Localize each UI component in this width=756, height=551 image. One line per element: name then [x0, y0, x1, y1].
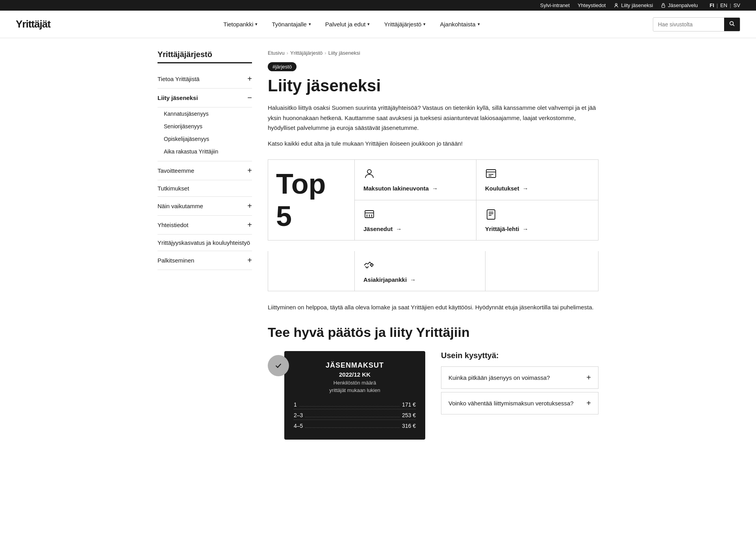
sidebar-item-palkitseminen[interactable]: Palkitseminen +: [158, 251, 252, 270]
main-header: Yrittäjät Tietopankki ▾ Työnantajalle ▾ …: [0, 11, 756, 38]
sidebar-item-liity[interactable]: Liity jäseneksi −: [158, 89, 252, 107]
card-yrittaja-lehti-real[interactable]: Yrittäjä-lehti →: [476, 200, 598, 240]
card-koulutukset-real[interactable]: Koulutukset →: [476, 160, 598, 200]
handshake-icon: [363, 259, 476, 272]
sidebar-title: Yrittäjäjärjestö: [158, 50, 252, 63]
svg-point-2: [730, 21, 734, 25]
top5-real-section: Top 5 Maksuton lakineuvonta →: [268, 159, 598, 240]
page-title: Liity jäseneksi: [268, 77, 598, 95]
chevron-down-icon: ▾: [255, 22, 258, 27]
top-bar: Sylvi-intranet Yhteystiedot Liity jäsene…: [0, 0, 756, 11]
top5-asiakirja-row: Asiakirjapankki →: [268, 251, 598, 291]
card-asiakirjapankki[interactable]: Asiakirjapankki →: [355, 251, 485, 291]
lock-icon: [661, 3, 666, 8]
breadcrumb-yrittajajarjesto[interactable]: Yrittäjäjärjestö: [290, 50, 322, 56]
sidebar-sub-opiskelijajasenyys[interactable]: Opiskelijajäsenyys: [164, 133, 252, 145]
search-icon: [729, 20, 735, 27]
arrow-icon: →: [523, 185, 528, 192]
membership-card-area: JÄSENMAKSUT 2022/12 KK Henkilöstön määrä…: [268, 351, 425, 439]
arrow-icon: →: [432, 185, 438, 192]
lang-sv[interactable]: SV: [734, 2, 740, 8]
person-icon: [613, 3, 619, 8]
language-switcher: FI | EN | SV: [710, 2, 740, 8]
sidebar-sub-aika-rakastua[interactable]: Aika rakastua Yrittäjiin: [164, 145, 252, 158]
nav-yrittajajarjesto[interactable]: Yrittäjäjärjestö ▾: [377, 11, 433, 38]
sidebar-sub-items-liity: Kannatusjäsenyys Seniorijäsenyys Opiskel…: [158, 107, 252, 161]
membership-row-3: 4–5 316 €: [294, 422, 416, 430]
yhteystiedot-link[interactable]: Yhteystiedot: [578, 2, 606, 8]
membership-card-sub2: Henkilöstön määräyrittäjät mukaan lukien: [294, 379, 416, 394]
search-box: [653, 17, 740, 31]
chevron-down-icon: ▾: [367, 22, 370, 27]
search-button[interactable]: [724, 18, 740, 31]
expand-icon: +: [247, 202, 252, 211]
nav-ajankohtaista[interactable]: Ajankohtaista ▾: [433, 11, 487, 38]
page-tag: #järjestö: [268, 62, 296, 71]
nav-palvelut-edut[interactable]: Palvelut ja edut ▾: [318, 11, 377, 38]
info-text: Liittyminen on helppoa, täytä alla oleva…: [268, 302, 598, 312]
expand-icon: +: [247, 220, 252, 229]
sylvi-intranet-link[interactable]: Sylvi-intranet: [540, 2, 570, 8]
faq-item-2[interactable]: Voinko vähentää liittymismaksun verotuks…: [441, 392, 598, 414]
svg-rect-30: [487, 210, 495, 219]
membership-row-1: 1 171 €: [294, 400, 416, 409]
training-icon-2: [485, 168, 589, 181]
expand-faq-icon: +: [586, 373, 591, 382]
lang-en[interactable]: EN: [720, 2, 727, 8]
lang-fi[interactable]: FI: [710, 2, 714, 8]
nav-tietopankki[interactable]: Tietopankki ▾: [216, 11, 265, 38]
intro-text-1: Haluaisitko liittyä osaksi Suomen suurin…: [268, 103, 598, 133]
sidebar-item-nain-vaikutamme[interactable]: Näin vaikutamme +: [158, 197, 252, 216]
sidebar-sub-kannatusjasenyys[interactable]: Kannatusjäsenyys: [164, 107, 252, 120]
membership-row-2: 2–3 253 €: [294, 411, 416, 420]
benefits-icon-2: [363, 208, 467, 222]
logo[interactable]: Yrittäjät: [16, 18, 50, 30]
bottom-section: JÄSENMAKSUT 2022/12 KK Henkilöstön määrä…: [268, 351, 598, 439]
intro-text-2: Katso kaikki edut alta ja tule mukaan Yr…: [268, 139, 598, 149]
chevron-down-icon: ▾: [478, 22, 480, 27]
chevron-down-icon: ▾: [309, 22, 311, 27]
magazine-icon-2: [485, 208, 589, 222]
top5-real-label: Top 5: [268, 160, 355, 240]
sidebar-item-yhteistiedot[interactable]: Yhteistiedot +: [158, 216, 252, 235]
card-badge-area: [268, 355, 289, 376]
membership-card: JÄSENMAKSUT 2022/12 KK Henkilöstön määrä…: [284, 351, 425, 439]
main-content: Etusivu › Yrittäjäjärjestö › Liity jäsen…: [268, 50, 598, 440]
collapse-icon: −: [247, 93, 252, 102]
nav-tyonantajalle[interactable]: Työnantajalle ▾: [265, 11, 318, 38]
membership-card-subtitle: 2022/12 KK: [294, 371, 416, 378]
expand-icon: +: [247, 166, 252, 175]
liity-jaseneksi-topbar[interactable]: Liity jäseneksi: [613, 2, 653, 8]
section-title: Tee hyvä päätös ja liity Yrittäjiin: [268, 324, 598, 340]
card-jasenedut-real[interactable]: Jäsenedut →: [355, 200, 476, 240]
jasenpalvelu-topbar[interactable]: Jäsenpalvelu: [661, 2, 698, 8]
main-nav: Tietopankki ▾ Työnantajalle ▾ Palvelut j…: [216, 11, 487, 38]
chevron-down-icon: ▾: [423, 22, 426, 27]
search-input[interactable]: [653, 18, 724, 30]
breadcrumb-etusivu[interactable]: Etusivu: [268, 50, 285, 56]
badge-circle: [268, 355, 289, 376]
svg-point-0: [615, 3, 617, 5]
expand-icon: +: [247, 256, 252, 265]
arrow-icon: →: [396, 226, 402, 232]
sidebar-item-tavoitteemme[interactable]: Tavoitteemme +: [158, 161, 252, 180]
expand-faq-icon: +: [586, 399, 591, 408]
person-icon-2: [363, 168, 467, 181]
faq-item-1[interactable]: Kuinka pitkään jäsenyys on voimassa? +: [441, 366, 598, 389]
sidebar-sub-seniorijasenyys[interactable]: Seniorijäsenyys: [164, 120, 252, 133]
sidebar: Yrittäjäjärjestö Tietoa Yrittäjistä + Li…: [158, 50, 252, 440]
card-lakineuvonta-real[interactable]: Maksuton lakineuvonta →: [355, 160, 476, 200]
membership-card-title: JÄSENMAKSUT: [294, 361, 416, 370]
svg-rect-1: [662, 5, 665, 7]
sidebar-item-tutkimukset[interactable]: Tutkimukset: [158, 180, 252, 197]
faq-area: Usein kysyttyä: Kuinka pitkään jäsenyys …: [441, 351, 598, 418]
expand-icon: +: [247, 74, 252, 83]
svg-point-20: [367, 170, 371, 174]
page-layout: Yrittäjäjärjestö Tietoa Yrittäjistä + Li…: [142, 38, 614, 451]
breadcrumb-current: Liity jäseneksi: [328, 50, 360, 56]
faq-title: Usein kysyttyä:: [441, 351, 598, 360]
sidebar-item-tietoa[interactable]: Tietoa Yrittäjistä +: [158, 70, 252, 89]
arrow-icon: →: [523, 226, 528, 232]
sidebar-item-yrittajyyskasvatus[interactable]: Yrittäjyyskasvatus ja kouluyhteistyö: [158, 235, 252, 251]
arrow-icon: →: [410, 276, 416, 283]
